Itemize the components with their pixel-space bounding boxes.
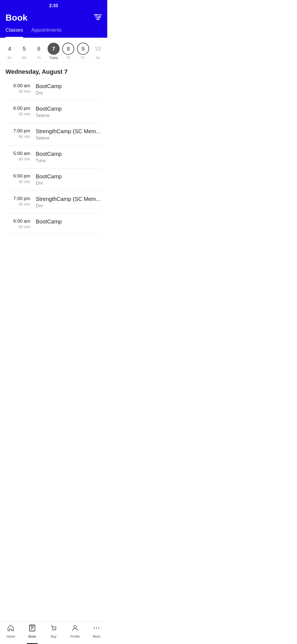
day-number-8: 8 xyxy=(62,43,74,55)
day-item-8[interactable]: 8 Th xyxy=(62,43,74,60)
class-time: 7:00 pm 60 min xyxy=(6,196,30,206)
class-time: 5:00 am 60 min xyxy=(6,151,30,161)
day-item-4[interactable]: 4 Su xyxy=(4,43,16,60)
filter-icon[interactable] xyxy=(94,14,102,22)
class-list: 6:00 am 60 min BootCamp Dre 6:00 pm 60 m… xyxy=(0,78,107,234)
calendar-strip: 4 Su 5 Mo 6 Tu 7 Today 8 Th 9 Fr 10 xyxy=(0,38,107,63)
table-row[interactable]: 6:00 am 60 min BootCamp xyxy=(6,214,102,234)
tabs-container: Classes Appointments xyxy=(0,23,107,38)
class-time: 6:00 pm 60 min xyxy=(6,106,30,116)
class-time: 6:00 pm 60 min xyxy=(6,173,30,184)
class-info: StrengthCamp (SC Mem... Selene xyxy=(36,128,102,141)
day-label-8: Th xyxy=(66,56,70,60)
day-label-4: Su xyxy=(7,56,12,60)
table-row[interactable]: 6:00 pm 60 min BootCamp Dre xyxy=(6,168,102,191)
date-heading: Wednesday, August 7 xyxy=(0,63,107,78)
class-info: BootCamp Dre xyxy=(36,83,102,95)
header: Book xyxy=(0,10,107,23)
table-row[interactable]: 7:00 pm 60 min StrengthCamp (SC Mem... D… xyxy=(6,191,102,214)
class-time: 6:00 am 60 min xyxy=(6,219,30,229)
day-label-9: Fr xyxy=(81,56,84,60)
table-row[interactable]: 6:00 pm 60 min BootCamp Selene xyxy=(6,101,102,123)
day-label-5: Mo xyxy=(22,56,27,60)
day-label-10: Sa xyxy=(96,56,100,60)
class-info: BootCamp Dre xyxy=(36,173,102,186)
day-label-7: Today xyxy=(49,56,58,60)
day-number-7: 7 xyxy=(48,43,60,55)
status-bar: 2:33 xyxy=(0,0,107,10)
class-info: StrengthCamp (SC Mem... Dre xyxy=(36,196,102,208)
day-item-7[interactable]: 7 Today xyxy=(48,43,60,60)
day-number-5: 5 xyxy=(18,43,30,55)
class-info: BootCamp xyxy=(36,219,102,226)
table-row[interactable]: 5:00 am 60 min BootCamp Tune xyxy=(6,146,102,168)
page-title: Book xyxy=(6,13,28,23)
day-item-6[interactable]: 6 Tu xyxy=(33,43,45,60)
tab-appointments[interactable]: Appointments xyxy=(31,27,62,38)
day-number-10: 10 xyxy=(92,43,104,55)
svg-point-3 xyxy=(95,14,97,16)
main-content: 4 Su 5 Mo 6 Tu 7 Today 8 Th 9 Fr 10 xyxy=(0,38,107,256)
day-number-6: 6 xyxy=(33,43,45,55)
svg-point-4 xyxy=(99,16,100,18)
day-number-4: 4 xyxy=(4,43,16,55)
day-label-6: Tu xyxy=(37,56,41,60)
class-time: 7:00 pm 60 min xyxy=(6,128,30,139)
status-time: 2:33 xyxy=(49,3,58,8)
day-number-9: 9 xyxy=(77,43,89,55)
tab-classes[interactable]: Classes xyxy=(6,27,23,38)
class-info: BootCamp Selene xyxy=(36,106,102,118)
class-time: 6:00 am 60 min xyxy=(6,83,30,94)
class-info: BootCamp Tune xyxy=(36,151,102,163)
svg-point-5 xyxy=(97,18,99,20)
table-row[interactable]: 7:00 pm 60 min StrengthCamp (SC Mem... S… xyxy=(6,123,102,146)
day-item-5[interactable]: 5 Mo xyxy=(18,43,30,60)
day-item-10[interactable]: 10 Sa xyxy=(92,43,104,60)
table-row[interactable]: 6:00 am 60 min BootCamp Dre xyxy=(6,78,102,101)
day-item-9[interactable]: 9 Fr xyxy=(77,43,89,60)
